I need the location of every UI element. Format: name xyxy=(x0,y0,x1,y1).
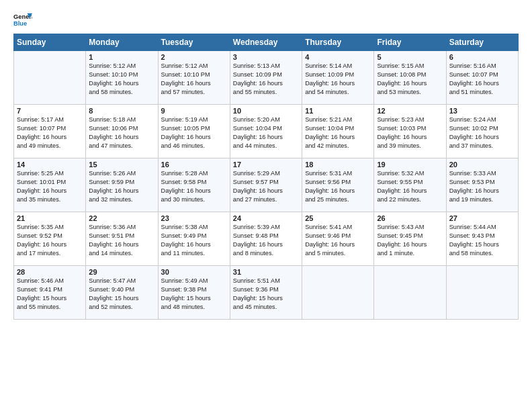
day-number: 7 xyxy=(17,107,83,115)
day-content: Sunrise: 5:23 AM Sunset: 10:03 PM Daylig… xyxy=(377,116,443,150)
day-number: 6 xyxy=(449,53,515,61)
day-content: Sunrise: 5:21 AM Sunset: 10:04 PM Daylig… xyxy=(305,116,371,150)
day-number: 14 xyxy=(17,161,83,169)
header: General Blue xyxy=(13,11,519,30)
calendar-table: SundayMondayTuesdayWednesdayThursdayFrid… xyxy=(13,34,519,320)
day-number: 20 xyxy=(449,161,515,169)
page: General Blue SundayMondayTuesdayWednesda… xyxy=(0,0,532,326)
day-content: Sunrise: 5:32 AM Sunset: 9:55 PM Dayligh… xyxy=(377,169,443,204)
day-number: 8 xyxy=(89,107,154,115)
day-number: 19 xyxy=(377,161,443,169)
calendar-cell: 15Sunrise: 5:26 AM Sunset: 9:59 PM Dayli… xyxy=(86,158,158,212)
calendar-cell: 26Sunrise: 5:43 AM Sunset: 9:45 PM Dayli… xyxy=(374,212,446,266)
calendar-cell: 20Sunrise: 5:33 AM Sunset: 9:53 PM Dayli… xyxy=(446,158,518,212)
day-number: 22 xyxy=(89,214,154,222)
calendar-cell: 3Sunrise: 5:13 AM Sunset: 10:09 PM Dayli… xyxy=(230,51,302,105)
day-content: Sunrise: 5:13 AM Sunset: 10:09 PM Daylig… xyxy=(233,62,299,97)
day-content: Sunrise: 5:39 AM Sunset: 9:48 PM Dayligh… xyxy=(233,223,299,258)
day-number: 12 xyxy=(377,107,443,115)
day-content: Sunrise: 5:17 AM Sunset: 10:07 PM Daylig… xyxy=(17,116,83,150)
calendar-cell: 23Sunrise: 5:38 AM Sunset: 9:49 PM Dayli… xyxy=(158,212,230,266)
day-content: Sunrise: 5:16 AM Sunset: 10:07 PM Daylig… xyxy=(449,62,515,97)
day-content: Sunrise: 5:26 AM Sunset: 9:59 PM Dayligh… xyxy=(89,169,154,204)
week-row-1: 1Sunrise: 5:12 AM Sunset: 10:10 PM Dayli… xyxy=(14,51,519,105)
calendar-cell: 7Sunrise: 5:17 AM Sunset: 10:07 PM Dayli… xyxy=(14,105,86,158)
calendar-cell: 16Sunrise: 5:28 AM Sunset: 9:58 PM Dayli… xyxy=(158,158,230,212)
col-header-friday: Friday xyxy=(374,34,446,51)
calendar-cell: 2Sunrise: 5:12 AM Sunset: 10:10 PM Dayli… xyxy=(158,51,230,105)
day-number: 13 xyxy=(449,107,515,115)
calendar-cell: 30Sunrise: 5:49 AM Sunset: 9:38 PM Dayli… xyxy=(158,266,230,320)
day-number: 25 xyxy=(305,214,371,222)
day-content: Sunrise: 5:12 AM Sunset: 10:10 PM Daylig… xyxy=(161,62,227,97)
day-number: 31 xyxy=(233,268,299,276)
day-content: Sunrise: 5:46 AM Sunset: 9:41 PM Dayligh… xyxy=(17,277,83,312)
day-content: Sunrise: 5:24 AM Sunset: 10:02 PM Daylig… xyxy=(449,116,515,150)
week-row-5: 28Sunrise: 5:46 AM Sunset: 9:41 PM Dayli… xyxy=(14,266,519,320)
day-content: Sunrise: 5:19 AM Sunset: 10:05 PM Daylig… xyxy=(161,116,227,150)
calendar-cell: 28Sunrise: 5:46 AM Sunset: 9:41 PM Dayli… xyxy=(14,266,86,320)
calendar-cell: 12Sunrise: 5:23 AM Sunset: 10:03 PM Dayl… xyxy=(374,105,446,158)
day-number: 18 xyxy=(305,161,371,169)
logo-icon: General Blue xyxy=(13,11,32,30)
col-header-monday: Monday xyxy=(86,34,158,51)
day-content: Sunrise: 5:14 AM Sunset: 10:09 PM Daylig… xyxy=(305,62,371,97)
day-number: 4 xyxy=(305,53,371,61)
day-content: Sunrise: 5:12 AM Sunset: 10:10 PM Daylig… xyxy=(89,62,154,97)
logo: General Blue xyxy=(13,11,35,30)
day-number: 10 xyxy=(233,107,299,115)
calendar-cell: 25Sunrise: 5:41 AM Sunset: 9:46 PM Dayli… xyxy=(302,212,374,266)
header-row: SundayMondayTuesdayWednesdayThursdayFrid… xyxy=(14,34,519,51)
svg-text:Blue: Blue xyxy=(13,20,27,27)
calendar-cell: 27Sunrise: 5:44 AM Sunset: 9:43 PM Dayli… xyxy=(446,212,518,266)
day-content: Sunrise: 5:33 AM Sunset: 9:53 PM Dayligh… xyxy=(449,169,515,204)
day-number: 24 xyxy=(233,214,299,222)
week-row-4: 21Sunrise: 5:35 AM Sunset: 9:52 PM Dayli… xyxy=(14,212,519,266)
day-content: Sunrise: 5:25 AM Sunset: 10:01 PM Daylig… xyxy=(17,169,83,204)
day-content: Sunrise: 5:31 AM Sunset: 9:56 PM Dayligh… xyxy=(305,169,371,204)
calendar-cell: 5Sunrise: 5:15 AM Sunset: 10:08 PM Dayli… xyxy=(374,51,446,105)
week-row-2: 7Sunrise: 5:17 AM Sunset: 10:07 PM Dayli… xyxy=(14,105,519,158)
calendar-cell: 14Sunrise: 5:25 AM Sunset: 10:01 PM Dayl… xyxy=(14,158,86,212)
day-number: 30 xyxy=(161,268,227,276)
col-header-sunday: Sunday xyxy=(14,34,86,51)
day-number: 2 xyxy=(161,53,227,61)
day-content: Sunrise: 5:18 AM Sunset: 10:06 PM Daylig… xyxy=(89,116,154,150)
calendar-cell: 29Sunrise: 5:47 AM Sunset: 9:40 PM Dayli… xyxy=(86,266,158,320)
day-number: 26 xyxy=(377,214,443,222)
day-content: Sunrise: 5:44 AM Sunset: 9:43 PM Dayligh… xyxy=(449,223,515,258)
calendar-cell: 21Sunrise: 5:35 AM Sunset: 9:52 PM Dayli… xyxy=(14,212,86,266)
day-content: Sunrise: 5:35 AM Sunset: 9:52 PM Dayligh… xyxy=(17,223,83,258)
day-content: Sunrise: 5:15 AM Sunset: 10:08 PM Daylig… xyxy=(377,62,443,97)
calendar-cell: 6Sunrise: 5:16 AM Sunset: 10:07 PM Dayli… xyxy=(446,51,518,105)
calendar-cell: 19Sunrise: 5:32 AM Sunset: 9:55 PM Dayli… xyxy=(374,158,446,212)
col-header-saturday: Saturday xyxy=(446,34,518,51)
calendar-cell xyxy=(302,266,374,320)
col-header-wednesday: Wednesday xyxy=(230,34,302,51)
day-content: Sunrise: 5:20 AM Sunset: 10:04 PM Daylig… xyxy=(233,116,299,150)
day-content: Sunrise: 5:36 AM Sunset: 9:51 PM Dayligh… xyxy=(89,223,154,258)
day-number: 9 xyxy=(161,107,227,115)
day-content: Sunrise: 5:38 AM Sunset: 9:49 PM Dayligh… xyxy=(161,223,227,258)
calendar-cell: 18Sunrise: 5:31 AM Sunset: 9:56 PM Dayli… xyxy=(302,158,374,212)
calendar-cell: 1Sunrise: 5:12 AM Sunset: 10:10 PM Dayli… xyxy=(86,51,158,105)
day-number: 27 xyxy=(449,214,515,222)
day-number: 3 xyxy=(233,53,299,61)
col-header-tuesday: Tuesday xyxy=(158,34,230,51)
calendar-cell: 13Sunrise: 5:24 AM Sunset: 10:02 PM Dayl… xyxy=(446,105,518,158)
day-number: 15 xyxy=(89,161,154,169)
day-number: 16 xyxy=(161,161,227,169)
day-content: Sunrise: 5:49 AM Sunset: 9:38 PM Dayligh… xyxy=(161,277,227,312)
day-number: 11 xyxy=(305,107,371,115)
calendar-cell: 22Sunrise: 5:36 AM Sunset: 9:51 PM Dayli… xyxy=(86,212,158,266)
week-row-3: 14Sunrise: 5:25 AM Sunset: 10:01 PM Dayl… xyxy=(14,158,519,212)
calendar-cell: 17Sunrise: 5:29 AM Sunset: 9:57 PM Dayli… xyxy=(230,158,302,212)
day-content: Sunrise: 5:41 AM Sunset: 9:46 PM Dayligh… xyxy=(305,223,371,258)
calendar-cell: 10Sunrise: 5:20 AM Sunset: 10:04 PM Dayl… xyxy=(230,105,302,158)
day-number: 29 xyxy=(89,268,154,276)
calendar-cell: 8Sunrise: 5:18 AM Sunset: 10:06 PM Dayli… xyxy=(86,105,158,158)
day-number: 23 xyxy=(161,214,227,222)
calendar-cell: 9Sunrise: 5:19 AM Sunset: 10:05 PM Dayli… xyxy=(158,105,230,158)
calendar-cell: 24Sunrise: 5:39 AM Sunset: 9:48 PM Dayli… xyxy=(230,212,302,266)
day-number: 21 xyxy=(17,214,83,222)
